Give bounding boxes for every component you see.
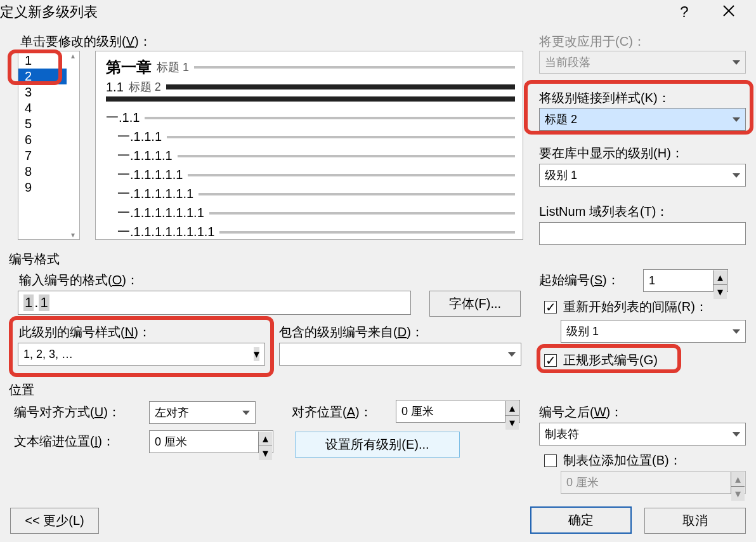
title-bar: 定义新多级列表 ? — [0, 0, 756, 22]
restart-checkbox[interactable]: ✓ 重新开始列表的间隔(R)： — [544, 298, 708, 315]
checkbox-checked-icon: ✓ — [544, 354, 557, 367]
indent-at-spinner[interactable]: ▴▾ — [258, 432, 272, 453]
checkbox-unchecked-icon — [544, 454, 557, 467]
number-format-label: 输入编号的格式(O)： — [19, 272, 139, 289]
align-at-label: 对齐位置(A)： — [292, 404, 372, 421]
level-item-8[interactable]: 8 — [18, 164, 67, 180]
level-item-4[interactable]: 4 — [18, 100, 67, 116]
align-at-spinner[interactable]: ▴▾ — [505, 401, 519, 423]
chevron-down-icon — [733, 432, 740, 437]
scroll-down-icon[interactable]: ▾ — [67, 230, 79, 239]
listnum-label: ListNum 域列表名(T)： — [539, 203, 668, 220]
less-button[interactable]: << 更少(L) — [10, 508, 99, 534]
follow-select[interactable]: 制表符 — [539, 423, 746, 446]
chevron-down-icon — [242, 411, 250, 415]
tab-stop-spinner: ▴▾ — [731, 472, 745, 494]
apply-to-value: 当前段落 — [545, 55, 590, 70]
set-all-levels-button[interactable]: 设置所有级别(E)... — [295, 432, 460, 458]
follow-label: 编号之后(W)： — [539, 404, 623, 421]
start-at-input[interactable]: 1 ▴▾ — [643, 269, 728, 292]
indent-at-label: 文本缩进位置(I)： — [14, 433, 115, 450]
number-style-value: 1, 2, 3, … — [23, 348, 73, 361]
apply-to-select: 当前段落 — [539, 51, 746, 74]
level-item-3[interactable]: 3 — [18, 84, 67, 100]
show-in-gallery-select[interactable]: 级别 1 — [539, 164, 746, 187]
legal-format-checkbox[interactable]: ✓ 正规形式编号(G) — [544, 352, 658, 369]
cancel-button[interactable]: 取消 — [644, 508, 746, 534]
restart-select[interactable]: 级别 1 — [561, 320, 746, 343]
start-at-label: 起始编号(S)： — [539, 272, 620, 289]
number-format-input[interactable]: 1.1 — [18, 291, 411, 315]
show-in-gallery-value: 级别 1 — [545, 168, 577, 183]
chevron-down-icon — [733, 60, 740, 65]
scroll-up-icon[interactable]: ▴ — [67, 51, 79, 60]
level-label: 单击要修改的级别(V)： — [20, 33, 152, 50]
level-item-9[interactable]: 9 — [18, 180, 67, 195]
number-style-label: 此级别的编号样式(N)： — [19, 324, 151, 341]
close-button[interactable] — [707, 3, 751, 21]
show-in-gallery-label: 要在库中显示的级别(H)： — [539, 145, 684, 162]
level-item-5[interactable]: 5 — [18, 116, 67, 132]
chevron-down-icon — [508, 352, 516, 357]
number-style-select[interactable]: 1, 2, 3, … ▾ — [18, 343, 265, 366]
include-from-select[interactable] — [279, 343, 521, 366]
level-item-1[interactable]: 1 — [18, 53, 67, 69]
chevron-down-icon — [733, 173, 740, 178]
section-position: 位置 — [9, 381, 34, 399]
chevron-down-icon — [733, 117, 740, 122]
preview-panel: 第一章标题 1 1.1标题 2 一.1.1 一.1.1.1 一.1.1.1.1 … — [95, 51, 523, 240]
section-number-format: 编号格式 — [9, 251, 60, 268]
tab-stop-checkbox[interactable]: 制表位添加位置(B)： — [544, 452, 682, 469]
align-select[interactable]: 左对齐 — [149, 401, 256, 424]
start-at-spinner[interactable]: ▴▾ — [713, 270, 727, 292]
checkbox-checked-icon: ✓ — [544, 301, 557, 314]
apply-to-label: 将更改应用于(C)： — [539, 33, 646, 50]
define-multilevel-list-dialog: 定义新多级列表 ? 单击要修改的级别(V)： 1 2 3 4 5 6 7 8 9… — [0, 0, 756, 542]
level-item-7[interactable]: 7 — [18, 148, 67, 164]
include-from-label: 包含的级别编号来自(D)： — [279, 324, 424, 341]
link-style-select[interactable]: 标题 2 — [539, 108, 746, 131]
tab-stop-input: 0 厘米 ▴▾ — [561, 471, 746, 494]
link-style-value: 标题 2 — [545, 112, 577, 127]
listnum-input[interactable] — [539, 222, 746, 245]
align-at-input[interactable]: 0 厘米 ▴▾ — [396, 400, 520, 423]
level-item-2[interactable]: 2 — [18, 69, 67, 84]
level-scrollbar[interactable]: ▴ ▾ — [67, 51, 79, 239]
link-style-label: 将级别链接到样式(K)： — [539, 89, 670, 107]
help-button[interactable]: ? — [662, 3, 707, 21]
font-button[interactable]: 字体(F)... — [429, 291, 521, 317]
close-icon — [722, 4, 735, 17]
chevron-down-icon: ▾ — [254, 347, 259, 361]
chevron-down-icon — [733, 329, 740, 334]
indent-at-input[interactable]: 0 厘米 ▴▾ — [149, 430, 273, 453]
level-item-6[interactable]: 6 — [18, 132, 67, 148]
dialog-title: 定义新多级列表 — [0, 3, 98, 22]
align-label: 编号对齐方式(U)： — [14, 404, 121, 421]
level-list[interactable]: 1 2 3 4 5 6 7 8 9 ▴ ▾ — [18, 51, 80, 240]
ok-button[interactable]: 确定 — [530, 506, 632, 534]
